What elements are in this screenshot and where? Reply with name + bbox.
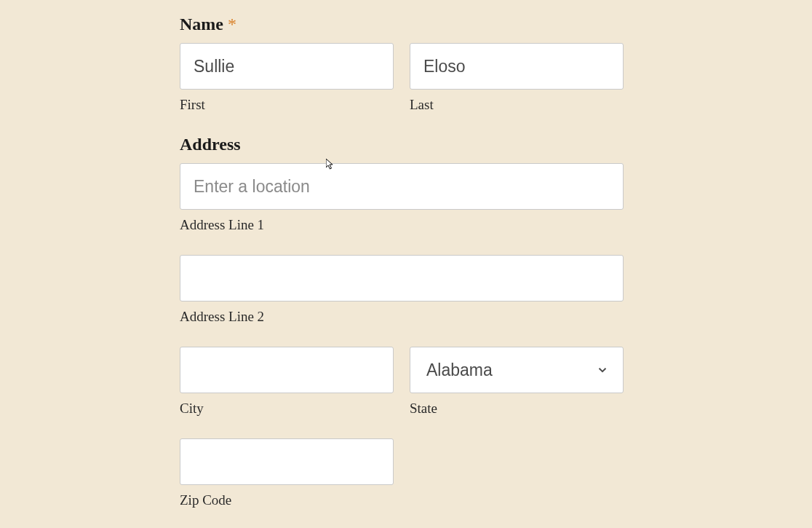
city-state-row: City Alabama State <box>180 347 624 417</box>
zip-input[interactable] <box>180 438 394 485</box>
address-line1-sublabel: Address Line 1 <box>180 217 624 233</box>
address-line2-field: Address Line 2 <box>180 255 624 325</box>
city-field: City <box>180 347 394 417</box>
state-sublabel: State <box>410 401 624 417</box>
name-label-text: Name <box>180 15 223 34</box>
city-sublabel: City <box>180 401 394 417</box>
name-row: First Last <box>180 43 624 113</box>
zip-spacer <box>410 438 624 508</box>
name-group-label: Name * <box>180 15 624 34</box>
city-input[interactable] <box>180 347 394 393</box>
last-name-field: Last <box>410 43 624 113</box>
first-name-input[interactable] <box>180 43 394 90</box>
last-name-sublabel: Last <box>410 97 624 113</box>
state-select-wrapper: Alabama <box>410 347 624 393</box>
address-line2-sublabel: Address Line 2 <box>180 309 624 325</box>
address-line1-input[interactable] <box>180 163 624 210</box>
state-field: Alabama State <box>410 347 624 417</box>
state-select[interactable]: Alabama <box>410 347 624 393</box>
form-container: Name * First Last Address Address Line 1… <box>180 15 624 508</box>
zip-field: Zip Code <box>180 438 394 508</box>
address-group-label: Address <box>180 135 624 154</box>
zip-sublabel: Zip Code <box>180 492 394 508</box>
last-name-input[interactable] <box>410 43 624 90</box>
address-section: Address Address Line 1 Address Line 2 Ci… <box>180 135 624 508</box>
required-asterisk: * <box>228 15 236 34</box>
address-line2-input[interactable] <box>180 255 624 302</box>
zip-row: Zip Code <box>180 438 624 508</box>
first-name-sublabel: First <box>180 97 394 113</box>
address-line1-field: Address Line 1 <box>180 163 624 233</box>
first-name-field: First <box>180 43 394 113</box>
